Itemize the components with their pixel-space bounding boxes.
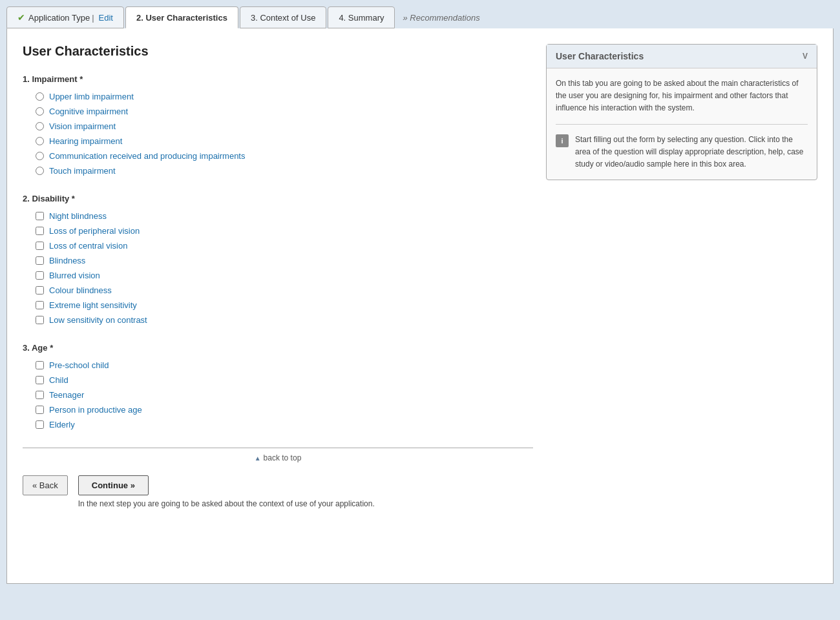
impairment-radio-2[interactable] [36, 122, 44, 130]
continue-hint: In the next step you are going to be ask… [78, 498, 375, 510]
main-content: User Characteristics 1. Impairment * Upp… [6, 28, 834, 584]
checkbox-option: Low sensitivity on contrast [36, 315, 533, 325]
disability-checkbox-1[interactable] [36, 227, 44, 235]
tab-recommendations-label: » Recommendations [403, 13, 479, 23]
impairment-title: 1. Impairment * [23, 74, 533, 84]
right-panel: User Characteristics V On this tab you a… [546, 44, 817, 510]
back-button[interactable]: « Back [23, 475, 68, 495]
tab-application-type-label: Application Type [28, 13, 90, 23]
checkbox-option: Child [36, 375, 533, 385]
info-box-description: On this tab you are going to be asked ab… [556, 78, 808, 115]
disability-label-4[interactable]: Blurred vision [49, 271, 100, 280]
radio-option: Touch impairment [36, 166, 533, 176]
info-box-divider [556, 124, 808, 125]
age-label-0[interactable]: Pre-school child [49, 360, 109, 370]
tab-bar: ✔ Application Type | Edit 2. User Charac… [6, 6, 834, 28]
age-checkbox-2[interactable] [36, 391, 44, 399]
age-label-1[interactable]: Child [49, 375, 68, 385]
age-label-4[interactable]: Elderly [49, 420, 75, 429]
impairment-label-0[interactable]: Upper limb impairment [49, 92, 134, 101]
impairment-radio-0[interactable] [36, 92, 44, 101]
tab-summary-number: 4. [339, 13, 346, 23]
disability-checkbox-4[interactable] [36, 271, 44, 280]
back-to-top-container: ▲ back to top [23, 448, 533, 462]
tab-application-type[interactable]: ✔ Application Type | Edit [6, 6, 124, 28]
impairment-label-3[interactable]: Hearing impairment [49, 136, 122, 146]
section-disability: 2. Disability * Night blindness Loss of … [23, 194, 533, 325]
checkbox-option: Night blindness [36, 211, 533, 221]
tab-summary-label: Summary [348, 13, 384, 23]
age-checkbox-3[interactable] [36, 406, 44, 414]
tab-summary[interactable]: 4. Summary [328, 6, 395, 28]
page-title: User Characteristics [23, 44, 533, 59]
checkbox-option: Person in productive age [36, 405, 533, 415]
tab-recommendations: » Recommendations [396, 6, 486, 28]
tab-user-characteristics[interactable]: 2. User Characteristics [125, 6, 238, 28]
disability-label-1[interactable]: Loss of peripheral vision [49, 226, 140, 236]
impairment-radio-5[interactable] [36, 167, 44, 175]
disability-checkbox-0[interactable] [36, 212, 44, 220]
tab-context-of-use-number: 3. [251, 13, 258, 23]
impairment-radio-3[interactable] [36, 137, 44, 145]
radio-option: Vision impairment [36, 121, 533, 131]
disability-label-2[interactable]: Loss of central vision [49, 241, 127, 251]
nav-buttons: « Back Continue » In the next step you a… [23, 475, 533, 510]
section-impairment: 1. Impairment * Upper limb impairment Co… [23, 74, 533, 176]
info-box-header: User Characteristics V [547, 45, 817, 68]
up-arrow-icon: ▲ [255, 455, 261, 462]
age-checkbox-4[interactable] [36, 420, 44, 429]
checkbox-option: Blurred vision [36, 271, 533, 280]
age-label-2[interactable]: Teenager [49, 390, 84, 400]
tab-context-of-use-label: Context of Use [260, 13, 315, 23]
age-checkbox-1[interactable] [36, 376, 44, 384]
impairment-radio-4[interactable] [36, 152, 44, 160]
age-checkbox-0[interactable] [36, 361, 44, 369]
radio-option: Upper limb impairment [36, 92, 533, 101]
checkbox-option: Extreme light sensitivity [36, 300, 533, 310]
checkbox-option: Pre-school child [36, 360, 533, 370]
impairment-radio-1[interactable] [36, 107, 44, 116]
disability-label-6[interactable]: Extreme light sensitivity [49, 300, 137, 310]
impairment-label-5[interactable]: Touch impairment [49, 166, 116, 176]
checkbox-option: Loss of central vision [36, 241, 533, 251]
tab-user-characteristics-number: 2. [136, 13, 143, 23]
info-box-title: User Characteristics [556, 51, 644, 61]
tab-context-of-use[interactable]: 3. Context of Use [240, 6, 326, 28]
edit-link[interactable]: Edit [99, 13, 113, 23]
checkbox-option: Colour blindness [36, 285, 533, 295]
disability-checkbox-3[interactable] [36, 256, 44, 265]
back-to-top-link[interactable]: ▲ back to top [255, 453, 302, 462]
radio-option: Hearing impairment [36, 136, 533, 146]
disability-checkbox-7[interactable] [36, 316, 44, 324]
disability-label-5[interactable]: Colour blindness [49, 285, 112, 295]
age-title: 3. Age * [23, 343, 533, 353]
disability-checkbox-6[interactable] [36, 301, 44, 309]
info-box-hint-text: Start filling out the form by selecting … [575, 134, 808, 171]
age-label-3[interactable]: Person in productive age [49, 405, 142, 415]
impairment-label-4[interactable]: Communication received and producing imp… [49, 151, 245, 161]
disability-label-0[interactable]: Night blindness [49, 211, 107, 221]
disability-checkbox-2[interactable] [36, 242, 44, 250]
disability-checkbox-5[interactable] [36, 286, 44, 294]
continue-group: Continue » In the next step you are goin… [78, 475, 375, 510]
info-box-body: On this tab you are going to be asked ab… [547, 68, 817, 180]
collapse-button[interactable]: V [803, 52, 808, 61]
checkbox-option: Elderly [36, 420, 533, 429]
checkbox-option: Loss of peripheral vision [36, 226, 533, 236]
disability-label-7[interactable]: Low sensitivity on contrast [49, 315, 147, 325]
impairment-label-2[interactable]: Vision impairment [49, 121, 116, 131]
left-panel: User Characteristics 1. Impairment * Upp… [23, 44, 533, 510]
info-icon: i [556, 134, 569, 147]
impairment-label-1[interactable]: Cognitive impairment [49, 107, 128, 116]
info-box: User Characteristics V On this tab you a… [546, 44, 817, 180]
radio-option: Cognitive impairment [36, 107, 533, 116]
disability-title: 2. Disability * [23, 194, 533, 203]
back-to-top-label: back to top [264, 453, 302, 462]
section-age: 3. Age * Pre-school child Child Teenager [23, 343, 533, 429]
checkbox-option: Teenager [36, 390, 533, 400]
disability-label-3[interactable]: Blindness [49, 256, 85, 265]
check-icon: ✔ [17, 12, 25, 23]
continue-button[interactable]: Continue » [78, 475, 149, 495]
radio-option: Communication received and producing imp… [36, 151, 533, 161]
checkbox-option: Blindness [36, 256, 533, 265]
